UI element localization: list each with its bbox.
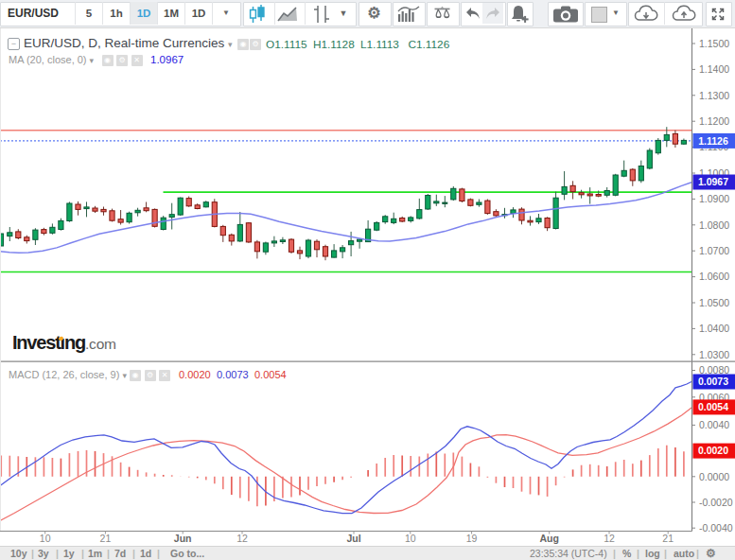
svg-text:-0.0020: -0.0020 bbox=[699, 497, 733, 508]
svg-text:0.0080: 0.0080 bbox=[699, 364, 729, 376]
svg-text:0.0073: 0.0073 bbox=[698, 376, 728, 387]
svg-text:21: 21 bbox=[100, 533, 112, 544]
svg-text:-0.0040: -0.0040 bbox=[699, 522, 733, 534]
svg-text:1.0600: 1.0600 bbox=[699, 271, 729, 282]
svg-text:1.1200: 1.1200 bbox=[699, 115, 729, 127]
svg-text:1.0967: 1.0967 bbox=[698, 176, 728, 187]
svg-text:0.0040: 0.0040 bbox=[699, 419, 729, 430]
svg-text:1.0700: 1.0700 bbox=[699, 245, 729, 256]
svg-text:19: 19 bbox=[466, 533, 478, 544]
svg-text:1.0900: 1.0900 bbox=[699, 193, 729, 204]
svg-text:21: 21 bbox=[662, 533, 674, 544]
svg-text:1.0400: 1.0400 bbox=[699, 323, 729, 334]
svg-text:0.0000: 0.0000 bbox=[699, 471, 729, 482]
svg-text:Jul: Jul bbox=[346, 533, 360, 544]
svg-text:12: 12 bbox=[236, 533, 248, 544]
svg-text:10: 10 bbox=[40, 533, 51, 544]
svg-text:1.0800: 1.0800 bbox=[699, 219, 729, 231]
svg-text:Aug: Aug bbox=[539, 533, 558, 544]
svg-text:1.1300: 1.1300 bbox=[699, 90, 729, 101]
svg-text:0.0054: 0.0054 bbox=[698, 401, 728, 412]
svg-text:1.0300: 1.0300 bbox=[699, 349, 729, 360]
svg-text:1.1126: 1.1126 bbox=[698, 135, 728, 147]
svg-text:0.0020: 0.0020 bbox=[698, 445, 728, 456]
svg-text:1.1500: 1.1500 bbox=[699, 38, 729, 49]
svg-text:1.0500: 1.0500 bbox=[699, 297, 729, 308]
svg-text:12: 12 bbox=[604, 533, 615, 544]
svg-text:Jun: Jun bbox=[174, 533, 192, 544]
svg-text:1.1400: 1.1400 bbox=[699, 63, 729, 75]
svg-text:10: 10 bbox=[405, 533, 416, 544]
